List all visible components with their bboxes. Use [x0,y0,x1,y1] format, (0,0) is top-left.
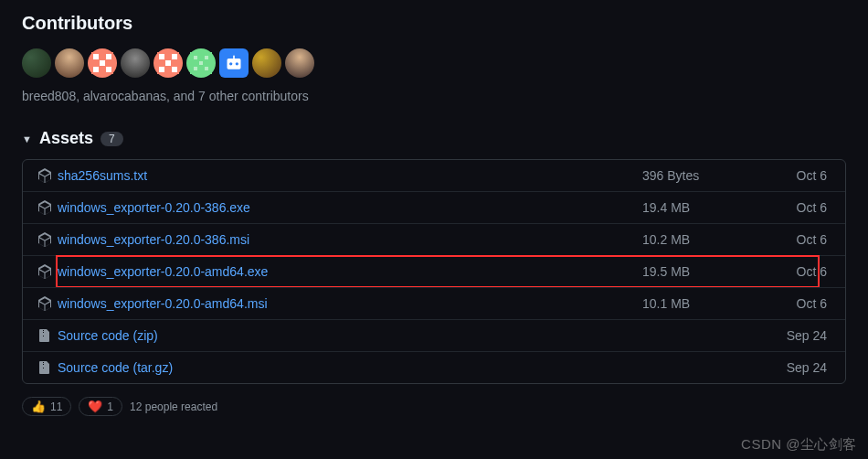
asset-link[interactable]: Source code (tar.gz) [58,360,173,375]
assets-list: sha256sums.txt396 BytesOct 6windows_expo… [22,159,846,384]
svg-rect-0 [228,59,241,69]
asset-date: Oct 6 [797,232,831,247]
asset-name: windows_exporter-0.20.0-386.exe [58,200,250,215]
avatar[interactable] [219,48,249,78]
asset-date: Oct 6 [797,264,831,279]
asset-size: 19.4 MB [642,200,690,215]
avatar[interactable] [121,48,150,78]
asset-link[interactable]: windows_exporter-0.20.0-386.exe [58,200,250,215]
asset-row: Source code (tar.gz)Sep 24 [23,351,845,383]
heart-icon: ❤️ [88,400,102,413]
thumbs-up-icon: 👍 [31,400,46,413]
asset-row: windows_exporter-0.20.0-386.exe19.4 MBOc… [23,191,845,223]
reaction-summary: 12 people reacted [130,400,217,413]
asset-row: windows_exporter-0.20.0-amd64.msi10.1 MB… [23,287,845,319]
asset-size: 396 Bytes [642,168,699,183]
package-icon [37,296,52,311]
assets-heading: Assets [39,129,93,148]
reaction-thumbs-up[interactable]: 👍 11 [22,397,71,416]
avatar[interactable] [285,48,314,78]
asset-link[interactable]: Source code (zip) [58,328,158,343]
asset-name: windows_exporter-0.20.0-amd64.msi [58,296,268,311]
heart-count: 1 [107,400,113,413]
asset-size: 10.2 MB [642,232,690,247]
thumbs-up-count: 11 [50,400,62,413]
asset-date: Oct 6 [797,296,831,311]
file-zip-icon [37,328,52,343]
asset-row: sha256sums.txt396 BytesOct 6 [23,160,845,191]
contributor-avatars [22,48,846,78]
asset-name: windows_exporter-0.20.0-386.msi [58,232,249,247]
asset-date: Sep 24 [787,360,831,375]
file-zip-icon [37,360,52,375]
svg-rect-3 [233,56,235,59]
asset-name: sha256sums.txt [58,168,147,183]
caret-down-icon: ▼ [22,133,32,144]
contributors-summary: breed808, alvarocabanas, and 7 other con… [22,89,846,103]
assets-toggle[interactable]: ▼ Assets 7 [22,129,846,148]
avatar[interactable] [88,48,117,78]
asset-date: Sep 24 [787,328,831,343]
asset-link[interactable]: sha256sums.txt [58,168,147,183]
package-icon [37,232,52,247]
asset-row: windows_exporter-0.20.0-386.msi10.2 MBOc… [23,223,845,255]
asset-date: Oct 6 [797,200,831,215]
avatar[interactable] [186,48,216,78]
svg-point-1 [229,62,232,65]
watermark: CSDN @尘心剑客 [741,436,857,454]
asset-link[interactable]: windows_exporter-0.20.0-386.msi [58,232,249,247]
avatar[interactable] [153,48,183,78]
package-icon [37,200,52,215]
asset-name: windows_exporter-0.20.0-amd64.exe [58,264,268,279]
asset-name: Source code [58,328,130,343]
asset-format: (zip) [133,328,158,343]
asset-row: Source code (zip)Sep 24 [23,319,845,351]
asset-size: 19.5 MB [642,264,690,279]
assets-count-badge: 7 [101,132,123,146]
avatar[interactable] [55,48,84,78]
avatar[interactable] [252,48,281,78]
asset-size: 10.1 MB [642,296,690,311]
asset-link[interactable]: windows_exporter-0.20.0-amd64.msi [58,296,268,311]
contributors-heading: Contributors [22,13,846,34]
package-icon [37,264,52,279]
reaction-heart[interactable]: ❤️ 1 [79,397,122,416]
package-icon [37,168,52,183]
svg-point-2 [236,62,238,65]
asset-format: (tar.gz) [133,360,174,375]
asset-date: Oct 6 [797,168,831,183]
asset-link[interactable]: windows_exporter-0.20.0-amd64.exe [58,264,268,279]
asset-row: windows_exporter-0.20.0-amd64.exe19.5 MB… [23,255,845,287]
avatar[interactable] [22,48,51,78]
asset-name: Source code [58,360,130,375]
